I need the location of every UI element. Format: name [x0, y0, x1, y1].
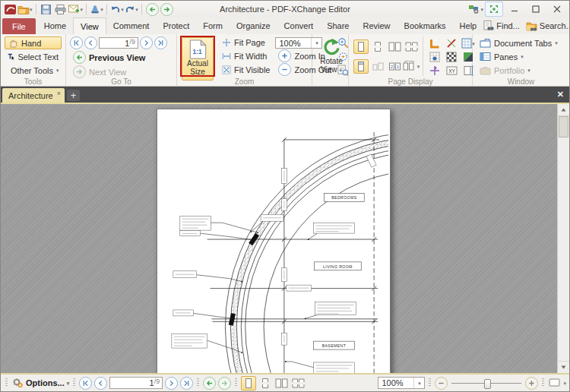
- fit-visible-button[interactable]: Fit Visible: [219, 63, 273, 76]
- close-all-button[interactable]: ✕: [557, 90, 564, 100]
- portfolio-button[interactable]: Portfolio ▾: [477, 64, 565, 77]
- history-back-button[interactable]: [145, 2, 159, 16]
- tab-convert[interactable]: Convert: [277, 17, 321, 34]
- maximize-button[interactable]: [526, 2, 546, 16]
- last-page-button[interactable]: [154, 36, 167, 49]
- close-button[interactable]: [547, 2, 567, 16]
- zoom-in-button[interactable]: [525, 377, 538, 390]
- tab-bookmarks[interactable]: Bookmarks: [397, 17, 453, 34]
- new-tab-button[interactable]: +: [67, 90, 80, 101]
- show-cover-page-button[interactable]: [353, 59, 369, 74]
- scroll-mode-button[interactable]: ▾: [402, 60, 421, 73]
- previous-view-button[interactable]: Previous View: [70, 51, 173, 64]
- fit-page-button[interactable]: Fit Page: [219, 36, 273, 49]
- other-tools-button[interactable]: Other Tools ▾: [5, 64, 62, 77]
- page-number-field[interactable]: 1/9: [99, 37, 138, 49]
- options-button[interactable]: Options... ▾: [11, 378, 69, 388]
- fullscreen-mode-button[interactable]: [548, 378, 561, 388]
- first-page-button[interactable]: [70, 36, 83, 49]
- coordinates-button[interactable]: XY: [445, 65, 458, 77]
- open-button[interactable]: ▾: [17, 2, 33, 16]
- tab-organize[interactable]: Organize: [230, 17, 277, 34]
- tab-close-icon[interactable]: ×: [57, 90, 61, 97]
- snap-grid-icon: [429, 52, 440, 62]
- actual-size-button[interactable]: 1:1 Actual Size: [182, 37, 214, 81]
- document-viewport[interactable]: BEDROOMS LIVING ROOM BASEMENT: [1, 104, 569, 373]
- zoom-out-button[interactable]: [435, 377, 448, 390]
- rulers-button[interactable]: [429, 37, 441, 49]
- tab-view[interactable]: View: [73, 17, 106, 35]
- save-button[interactable]: [40, 2, 53, 16]
- fullscreen-button[interactable]: [485, 2, 503, 17]
- measure-button[interactable]: [445, 37, 458, 49]
- page-thumbnails-button[interactable]: [371, 60, 385, 73]
- zoom-level-combo[interactable]: 100% ▾: [378, 377, 425, 389]
- pdf-page[interactable]: BEDROOMS LIVING ROOM BASEMENT: [157, 109, 391, 373]
- transparency-grid-button[interactable]: [445, 51, 458, 63]
- guides-button[interactable]: [429, 65, 441, 77]
- scroll-down-button[interactable]: [558, 361, 569, 373]
- two-pages-button[interactable]: [388, 40, 402, 53]
- document-tab-architecture[interactable]: Architecture ×: [2, 88, 65, 103]
- statusbar-splitter[interactable]: [197, 378, 199, 387]
- tab-home[interactable]: Home: [37, 17, 73, 34]
- rotate-view-button[interactable]: Rotate View ▾: [316, 36, 347, 82]
- history-forward-button[interactable]: [160, 2, 173, 16]
- ui-options-button[interactable]: ▾: [468, 2, 483, 16]
- single-page-button[interactable]: [241, 376, 256, 390]
- tab-help[interactable]: Help: [453, 17, 484, 34]
- reading-order-button[interactable]: 21: [388, 60, 402, 73]
- previous-view-button[interactable]: [203, 377, 216, 390]
- minimize-button[interactable]: [505, 2, 524, 16]
- previous-page-button[interactable]: [94, 377, 107, 390]
- reading-order-icon: 21: [388, 61, 401, 72]
- single-page-button[interactable]: [353, 40, 369, 54]
- tab-form[interactable]: Form: [196, 17, 230, 34]
- tab-file[interactable]: File: [2, 18, 36, 34]
- two-pages-continuous-button[interactable]: [291, 377, 306, 390]
- last-page-button[interactable]: [180, 377, 193, 390]
- tab-comment[interactable]: Comment: [106, 17, 157, 34]
- previous-page-button[interactable]: [84, 36, 97, 49]
- statusbar-splitter[interactable]: [235, 378, 237, 387]
- next-page-button[interactable]: [165, 377, 178, 390]
- scroll-up-button[interactable]: [558, 104, 569, 116]
- page-thumbnails-icon: [372, 61, 385, 72]
- two-pages-continuous-button[interactable]: [404, 40, 419, 53]
- document-tabs-button[interactable]: Document Tabs ▾: [477, 36, 565, 49]
- zoom-slider-handle[interactable]: [484, 379, 491, 389]
- continuous-button[interactable]: [371, 40, 385, 53]
- next-view-button[interactable]: Next View: [70, 65, 173, 78]
- search-button[interactable]: Search...: [526, 21, 570, 31]
- fit-width-button[interactable]: Fit Width: [219, 50, 273, 63]
- statusbar-splitter[interactable]: [542, 378, 544, 387]
- page-number-field[interactable]: 1/9: [109, 377, 163, 389]
- scrollbar-thumb[interactable]: [559, 116, 568, 138]
- vertical-scrollbar[interactable]: [557, 104, 569, 373]
- first-page-button[interactable]: [79, 377, 92, 390]
- print-button[interactable]: [54, 2, 68, 16]
- find-button[interactable]: Find...: [483, 21, 520, 31]
- statusbar-splitter[interactable]: [73, 378, 75, 387]
- redo-button[interactable]: ▾: [125, 2, 138, 16]
- next-page-button[interactable]: [140, 36, 153, 49]
- snap-to-grid-button[interactable]: [429, 51, 441, 63]
- email-button[interactable]: ▾: [68, 2, 84, 16]
- two-pages-button[interactable]: [274, 377, 289, 390]
- undo-button[interactable]: ▾: [110, 2, 124, 16]
- chevron-down-icon[interactable]: ▾: [563, 381, 566, 386]
- stamp-button[interactable]: ▾: [90, 2, 103, 16]
- statusbar-splitter[interactable]: [429, 378, 431, 387]
- next-view-button[interactable]: [218, 377, 231, 390]
- select-text-button[interactable]: Select Text: [5, 50, 62, 63]
- two-pages-icon: [388, 41, 401, 52]
- tab-share[interactable]: Share: [320, 17, 356, 34]
- zoom-slider[interactable]: [451, 383, 521, 384]
- continuous-button[interactable]: [258, 377, 272, 390]
- statusbar-splitter[interactable]: [5, 378, 8, 387]
- panes-button[interactable]: Panes ▾: [477, 50, 565, 63]
- tab-protect[interactable]: Protect: [156, 17, 196, 34]
- tab-review[interactable]: Review: [356, 17, 397, 34]
- hand-tool-button[interactable]: Hand: [5, 36, 62, 49]
- ribbon-tab-bar: File Home View Comment Protect Form Orga…: [1, 17, 569, 35]
